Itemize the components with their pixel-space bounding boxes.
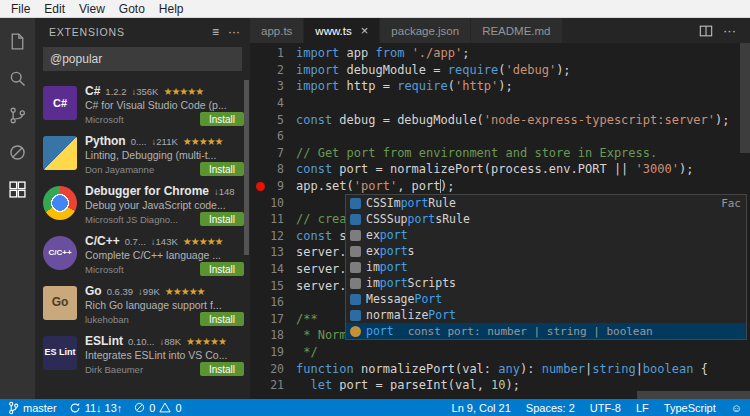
line-gutter: 15 (250, 277, 296, 294)
suggestion-detail: const port: number | string | boolean (408, 325, 653, 338)
extension-footer-row: lukehobanInstall (85, 312, 244, 326)
code-line[interactable]: 3import http = require('http'); (250, 78, 740, 95)
sidebar-scrollbar[interactable] (244, 80, 249, 255)
more-actions-icon[interactable]: ··· (228, 25, 240, 39)
encoding-setting[interactable]: UTF-8 (590, 402, 621, 414)
code-line[interactable]: 6 (250, 128, 740, 145)
suggestion-item[interactable]: CSSSupportsRule (346, 211, 746, 227)
close-tab-icon[interactable]: × (361, 24, 369, 37)
extension-version: 0.7... (125, 236, 146, 247)
code-line[interactable]: 5const debug = debugModule('node-express… (250, 111, 740, 128)
line-number: 15 (270, 279, 284, 293)
editor-horizontal-scrollbar[interactable] (250, 391, 750, 399)
horizontal-scrollbar-slider[interactable] (637, 391, 750, 399)
extension-description: C# for Visual Studio Code (p... (85, 99, 244, 111)
install-button[interactable]: Install (200, 362, 244, 376)
indentation-setting[interactable]: Spaces: 2 (526, 402, 575, 414)
tab-label: README.md (482, 25, 550, 37)
install-button[interactable]: Install (200, 112, 244, 126)
suggestion-label: export (366, 228, 408, 242)
extension-description: Rich Go language support f... (85, 299, 244, 311)
code-text: import app from './app'; (296, 46, 740, 60)
code-line[interactable]: 20function normalizePort(val: any): numb… (250, 360, 740, 377)
extension-item[interactable]: GoGo0.6.39↓99K★★★★★Rich Go language supp… (35, 280, 250, 330)
menu-help[interactable]: Help (152, 0, 191, 18)
suggestion-label: normalizePort (366, 308, 456, 322)
module-icon (350, 246, 361, 257)
extension-item[interactable]: C/C++C/C++0.7...↓143K★★★★★Complete C/C++… (35, 230, 250, 280)
breakpoint-dot[interactable] (256, 182, 265, 191)
menu-view[interactable]: View (72, 0, 112, 18)
code-text: import http = require('http'); (296, 79, 740, 93)
suggestion-item[interactable]: CSSImportRuleFac (346, 195, 746, 211)
extensions-panel: EXTENSIONS ≡ ··· C#C#1.2.2↓356K★★★★★C# f… (35, 18, 250, 399)
code-line[interactable]: 19 */ (250, 344, 740, 361)
code-line[interactable]: 21 let port = parseInt(val, 10); (250, 377, 740, 391)
line-gutter: 1 (250, 45, 296, 62)
tab-package.json[interactable]: package.json (380, 18, 471, 43)
suggestion-item[interactable]: normalizePort (346, 307, 746, 323)
line-number: 2 (277, 63, 284, 77)
extension-name: Python (85, 134, 126, 148)
menu-goto[interactable]: Goto (112, 0, 152, 18)
search-icon (7, 68, 28, 89)
menu-file[interactable]: File (4, 0, 37, 18)
install-button[interactable]: Install (200, 262, 244, 276)
code-line[interactable]: 7// Get port from environment and store … (250, 145, 740, 162)
extension-footer-row: Microsoft JS Diagno...Install (85, 212, 244, 226)
extensions-icon (7, 179, 28, 200)
extension-version: 0.10... (128, 336, 154, 347)
install-button[interactable]: Install (200, 312, 244, 326)
install-button[interactable]: Install (200, 212, 244, 226)
suggestion-label: exports (366, 244, 415, 258)
suggestion-item[interactable]: portconst port: number | string | boolea… (346, 323, 746, 339)
git-branch-indicator[interactable]: master (8, 401, 57, 415)
extension-item[interactable]: ES LintESLint0.10...↓88K★★★★★Integrates … (35, 330, 250, 380)
split-editor-icon[interactable] (699, 24, 713, 38)
more-editor-actions-icon[interactable]: ··· (723, 23, 736, 38)
code-line[interactable]: 4 (250, 95, 740, 112)
suggestion-item[interactable]: importScripts (346, 275, 746, 291)
intellisense-popup: CSSImportRuleFacCSSSupportsRuleexportexp… (345, 194, 747, 340)
line-gutter: 7 (250, 145, 296, 162)
feedback-smiley-icon[interactable]: ☺ (731, 402, 742, 414)
suggestion-item[interactable]: MessagePort (346, 291, 746, 307)
suggestion-item[interactable]: import (346, 259, 746, 275)
code-line[interactable]: 8const port = normalizePort(process.env.… (250, 161, 740, 178)
activity-item-source-control[interactable] (0, 97, 35, 134)
extension-footer-row: Don JayamanneInstall (85, 162, 244, 176)
tab-app.ts[interactable]: app.ts (250, 18, 304, 43)
problems-indicator[interactable]: 0 0 (134, 402, 181, 414)
tab-www.ts[interactable]: www.ts× (304, 18, 380, 43)
csharp-extension-icon: C# (43, 86, 77, 120)
activity-item-extensions[interactable] (0, 171, 35, 208)
branch-icon (8, 401, 19, 415)
line-gutter: 18 (250, 327, 296, 344)
sync-indicator[interactable]: 11↓ 13↑ (69, 402, 123, 414)
extension-item[interactable]: Python0....↓211K★★★★★Linting, Debugging … (35, 130, 250, 180)
extension-downloads: ↓88K (159, 336, 181, 347)
code-line[interactable]: 1import app from './app'; (250, 45, 740, 62)
extension-version: 0.6.39 (107, 286, 133, 297)
tab-README.md[interactable]: README.md (471, 18, 562, 43)
code-line[interactable]: 2import debugModule = require('debug'); (250, 62, 740, 79)
install-button[interactable]: Install (200, 162, 244, 176)
activity-item-debug[interactable] (0, 134, 35, 171)
line-number: 20 (270, 362, 284, 376)
extension-item[interactable]: Debugger for Chrome↓148Debug your JavaSc… (35, 180, 250, 230)
suggestion-item[interactable]: exports (346, 243, 746, 259)
vertical-scrollbar-slider[interactable] (740, 43, 750, 153)
activity-item-search[interactable] (0, 60, 35, 97)
code-line[interactable]: 9app.set('port', port); (250, 178, 740, 195)
language-mode[interactable]: TypeScript (664, 402, 716, 414)
extension-item[interactable]: C#C#1.2.2↓356K★★★★★C# for Visual Studio … (35, 80, 250, 130)
menu-edit[interactable]: Edit (37, 0, 72, 18)
cursor-position[interactable]: Ln 9, Col 21 (452, 402, 511, 414)
suggestion-item[interactable]: export (346, 227, 746, 243)
activity-item-explorer[interactable] (0, 23, 35, 60)
eol-setting[interactable]: LF (636, 402, 649, 414)
extension-main: Python0....↓211K★★★★★Linting, Debugging … (85, 134, 244, 176)
extensions-search-input[interactable] (43, 47, 242, 71)
tabs: app.tswww.ts×package.jsonREADME.md (250, 18, 563, 43)
sort-extensions-icon[interactable]: ≡ (212, 25, 219, 39)
